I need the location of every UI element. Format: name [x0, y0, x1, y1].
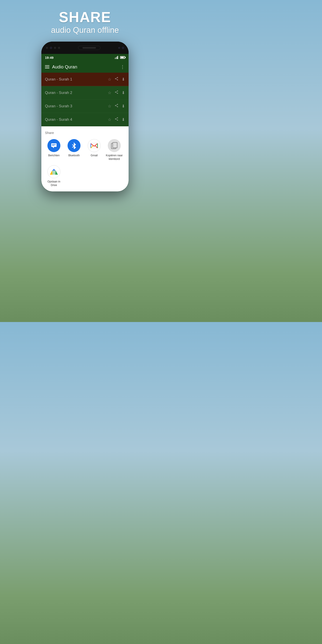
share-app-bluetooth[interactable]: Bluetooth [65, 139, 83, 161]
svg-point-21 [115, 118, 116, 120]
status-icons [115, 56, 125, 59]
copy-svg [111, 142, 118, 149]
svg-point-7 [117, 80, 118, 80]
phone-frame: 19:49 [41, 42, 128, 192]
bluetooth-icon [68, 139, 80, 152]
svg-point-15 [117, 104, 118, 105]
hamburger-menu-button[interactable] [45, 65, 50, 68]
svg-line-9 [116, 78, 117, 78]
bluetooth-svg [71, 142, 77, 149]
app-bar: Audio Quran ⋮ [41, 61, 128, 73]
hero-title: SHARE [51, 9, 119, 26]
download-icon-1[interactable]: ⬇ [122, 77, 125, 82]
surah-name-2: Quran - Surah 2 [45, 90, 72, 95]
svg-marker-40 [50, 170, 52, 175]
svg-line-23 [116, 119, 117, 120]
favorite-icon-4[interactable]: ☆ [108, 117, 111, 122]
more-options-button[interactable]: ⋮ [120, 64, 125, 70]
favorite-icon-2[interactable]: ☆ [108, 90, 111, 95]
surah-item-3[interactable]: Quran - Surah 3 ☆ ⬇ [41, 100, 128, 113]
svg-rect-28 [52, 145, 54, 146]
svg-marker-42 [52, 169, 56, 170]
berichten-icon [48, 139, 60, 152]
hamburger-line-2 [45, 67, 50, 67]
share-sheet-title: Share [45, 131, 125, 134]
hamburger-line-3 [45, 68, 50, 68]
app-bar-left: Audio Quran [45, 64, 77, 70]
favorite-icon-1[interactable]: ☆ [108, 77, 111, 82]
download-icon-3[interactable]: ⬇ [122, 104, 125, 109]
share-app-berichten[interactable]: Berichten [45, 139, 63, 161]
download-icon-2[interactable]: ⬇ [122, 90, 125, 95]
share-app-kopieren[interactable]: Kopiëren naar klembord [105, 139, 123, 161]
share-app-drive[interactable]: Opslaan in Drive [45, 165, 63, 187]
svg-rect-1 [116, 57, 116, 59]
drive-svg [50, 168, 58, 175]
svg-point-22 [117, 120, 118, 121]
favorite-icon-3[interactable]: ☆ [108, 104, 111, 109]
app-bar-title: Audio Quran [52, 64, 77, 70]
messages-svg [50, 142, 57, 149]
svg-rect-38 [113, 142, 117, 148]
surah-item-4[interactable]: Quran - Surah 4 ☆ ⬇ [41, 113, 128, 126]
surah-list: Quran - Surah 1 ☆ ⬇ Quran - Surah 2 [41, 73, 128, 126]
svg-marker-43 [52, 170, 56, 175]
svg-marker-26 [52, 147, 54, 148]
svg-point-6 [115, 78, 116, 80]
gmail-label: Gmail [90, 154, 98, 158]
kopieren-label: Kopiëren naar klembord [105, 154, 123, 161]
share-apps-row-1: Berichten Bluetooth [45, 139, 125, 161]
share-icon-3[interactable] [114, 104, 118, 109]
notch-left [46, 47, 60, 49]
drive-icon [48, 165, 60, 178]
svg-point-17 [117, 106, 118, 107]
gmail-icon [88, 139, 100, 152]
hero-subtitle: audio Quran offline [51, 26, 119, 35]
share-icon-1[interactable] [114, 77, 118, 82]
share-app-gmail[interactable]: Gmail [85, 139, 103, 161]
download-icon-4[interactable]: ⬇ [122, 117, 125, 122]
svg-line-24 [116, 118, 117, 119]
share-icon-2[interactable] [114, 90, 118, 95]
surah-actions-1: ☆ ⬇ [108, 77, 125, 82]
svg-line-13 [116, 92, 117, 93]
status-bar: 19:49 [41, 54, 128, 61]
speaker [82, 47, 96, 48]
kopieren-icon [108, 139, 121, 152]
hero-section: SHARE audio Quran offline [51, 9, 119, 35]
gmail-svg [90, 143, 98, 148]
surah-name-4: Quran - Surah 4 [45, 118, 72, 122]
surah-name-1: Quran - Surah 1 [45, 77, 72, 82]
share-icon-4[interactable] [114, 117, 118, 122]
battery-icon [120, 56, 125, 59]
phone-notch [41, 42, 128, 54]
svg-point-12 [117, 93, 118, 94]
surah-name-3: Quran - Surah 3 [45, 104, 72, 108]
svg-rect-27 [52, 144, 56, 145]
surah-item-2[interactable]: Quran - Surah 2 ☆ ⬇ [41, 86, 128, 100]
phone-screen: 19:49 [41, 54, 128, 192]
front-camera [50, 47, 52, 49]
svg-line-19 [116, 105, 117, 105]
surah-item-1[interactable]: Quran - Surah 1 ☆ ⬇ [41, 73, 128, 86]
share-sheet: Share Berichten [41, 126, 128, 192]
surah-actions-4: ☆ ⬇ [108, 117, 125, 122]
drive-label: Opslaan in Drive [45, 180, 63, 187]
battery-fill [121, 57, 124, 58]
berichten-label: Berichten [48, 154, 60, 158]
svg-point-5 [117, 77, 118, 78]
signal-icon [115, 56, 119, 59]
notch-right [118, 47, 124, 49]
svg-point-11 [115, 92, 116, 93]
rear-indicator [122, 47, 124, 49]
svg-rect-0 [115, 58, 116, 59]
hamburger-line-1 [45, 65, 50, 66]
notch-dot-3 [58, 47, 60, 49]
notch-dot-1 [46, 47, 48, 49]
svg-marker-41 [55, 170, 58, 175]
svg-line-18 [116, 106, 117, 106]
notch-sensor [118, 47, 120, 49]
speaker-notch [78, 46, 100, 50]
share-apps-row-2: Opslaan in Drive [45, 165, 125, 187]
notch-dot-2 [54, 47, 56, 49]
